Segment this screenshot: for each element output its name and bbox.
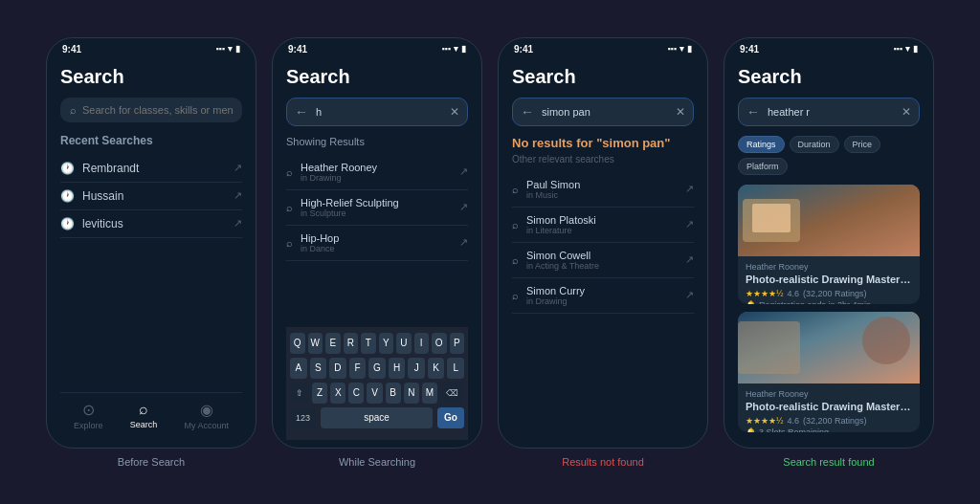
search-bar-2[interactable]: ← h ✕: [286, 98, 468, 126]
status-bar-3: 9:41 ▪▪▪ ▾ ▮: [499, 38, 707, 58]
suggestion-item-2-2[interactable]: ⌕ Hip-Hop in Dance ↗: [286, 226, 468, 261]
no-results-title: No results for "simon pan": [512, 136, 694, 150]
nav-account-1[interactable]: ◉ My Account: [184, 401, 229, 430]
page-title-3: Search: [512, 66, 694, 88]
key-v[interactable]: V: [367, 383, 382, 404]
clear-icon-2[interactable]: ✕: [450, 105, 459, 119]
key-w[interactable]: W: [308, 333, 323, 354]
result-meta-4-1: 🔔 3 Slots Remaining: [746, 427, 912, 432]
key-f[interactable]: F: [349, 358, 367, 379]
key-r[interactable]: R: [344, 333, 359, 354]
result-info-4-0: Heather Rooney Photo-realistic Drawing M…: [738, 256, 920, 305]
key-y[interactable]: Y: [379, 333, 394, 354]
key-e[interactable]: E: [325, 333, 341, 354]
recent-item-3[interactable]: 🕐 leviticus ↗: [60, 210, 242, 238]
suggestion-item-2-1[interactable]: ⌕ High-Relief Sculpting in Sculpture ↗: [286, 190, 468, 226]
suggestion-item-3-3[interactable]: ⌕ Simon Curry in Drawing ↗: [512, 278, 694, 314]
back-icon-3[interactable]: ←: [521, 104, 534, 120]
key-go[interactable]: Go: [437, 407, 464, 428]
rating-text-4-0: 4.6: [788, 289, 800, 298]
signal-icon-2: ▪▪▪: [441, 44, 451, 54]
key-d[interactable]: D: [329, 358, 346, 379]
suggestion-sub-3-0: in Music: [526, 190, 580, 200]
time-2: 9:41: [288, 44, 307, 55]
key-p[interactable]: P: [450, 333, 465, 354]
phone-content-3: Search ← simon pan ✕ No results for "sim…: [499, 58, 707, 448]
result-title-4-1: Photo-realistic Drawing Masterclass u: [746, 401, 912, 412]
stars-4-1: ★★★★½: [746, 416, 784, 426]
arrow-icon-2-2: ↗: [459, 236, 468, 249]
recent-text-2: Hussain: [82, 189, 123, 203]
status-icons-3: ▪▪▪ ▾ ▮: [667, 44, 692, 54]
suggestion-left-3-0: ⌕ Paul Simon in Music: [512, 179, 580, 200]
search-bar-3[interactable]: ← simon pan ✕: [512, 98, 694, 126]
status-icons-1: ▪▪▪ ▾ ▮: [215, 44, 240, 54]
suggestion-item-2-0[interactable]: ⌕ Heather Rooney in Drawing ↗: [286, 155, 468, 190]
phone-before-search: 9:41 ▪▪▪ ▾ ▮ Search ⌕ Recent Searches: [46, 37, 256, 468]
key-q[interactable]: Q: [290, 333, 305, 354]
svg-rect-2: [752, 204, 791, 232]
back-icon-2[interactable]: ←: [295, 104, 308, 120]
key-k[interactable]: K: [428, 358, 445, 379]
result-card-4-0[interactable]: Heather Rooney Photo-realistic Drawing M…: [738, 185, 920, 305]
key-a[interactable]: A: [290, 358, 307, 379]
meta-icon-4-1: 🔔: [746, 427, 756, 432]
key-l[interactable]: L: [447, 358, 464, 379]
suggestion-name-3-2: Simon Cowell: [526, 250, 599, 261]
search-icon-3-3: ⌕: [512, 290, 519, 301]
search-bar-4[interactable]: ← heather r ✕: [738, 98, 920, 126]
key-x[interactable]: X: [330, 383, 345, 404]
nav-search-1[interactable]: ⌕ Search: [130, 401, 158, 430]
rating-text-4-1: 4.6: [788, 416, 800, 426]
key-j[interactable]: J: [408, 358, 425, 379]
suggestion-list-3: ⌕ Paul Simon in Music ↗ ⌕: [512, 172, 694, 314]
chip-ratings[interactable]: Ratings: [738, 136, 785, 153]
key-i[interactable]: I: [414, 333, 430, 354]
key-g[interactable]: G: [368, 358, 386, 379]
search-input-1[interactable]: [82, 104, 233, 116]
signal-icon-4: ▪▪▪: [893, 44, 902, 54]
chip-price[interactable]: Price: [844, 136, 881, 153]
other-searches-label: Other relevant searches: [512, 154, 694, 164]
recent-item-2[interactable]: 🕐 Hussain ↗: [60, 183, 242, 210]
chip-platform[interactable]: Platform: [738, 158, 788, 175]
arrow-icon-3-0: ↗: [685, 183, 694, 195]
search-icon-2-2: ⌕: [286, 237, 293, 249]
search-bar-1[interactable]: ⌕: [60, 98, 242, 122]
key-t[interactable]: T: [361, 333, 376, 354]
wifi-icon-4: ▾: [905, 44, 910, 54]
key-u[interactable]: U: [396, 333, 412, 354]
suggestion-item-3-1[interactable]: ⌕ Simon Platoski in Literature ↗: [512, 208, 694, 243]
key-s[interactable]: S: [310, 358, 327, 379]
key-b[interactable]: B: [386, 383, 401, 404]
suggestion-item-3-2[interactable]: ⌕ Simon Cowell in Acting & Theatre ↗: [512, 243, 694, 278]
phone-frame-4: 9:41 ▪▪▪ ▾ ▮ Search ← heather r ✕: [724, 37, 934, 449]
battery-icon-4: ▮: [913, 44, 918, 54]
key-backspace[interactable]: ⌫: [440, 383, 464, 404]
clear-icon-4[interactable]: ✕: [902, 105, 911, 119]
suggestion-name-3-0: Paul Simon: [526, 179, 580, 190]
key-shift[interactable]: ⇧: [290, 383, 309, 404]
key-123[interactable]: 123: [290, 407, 316, 428]
result-card-4-1[interactable]: Heather Rooney Photo-realistic Drawing M…: [738, 312, 920, 432]
chip-duration[interactable]: Duration: [790, 136, 839, 153]
phone-frame-3: 9:41 ▪▪▪ ▾ ▮ Search ← simon pan ✕: [498, 37, 708, 449]
key-m[interactable]: M: [422, 383, 437, 404]
key-h[interactable]: H: [389, 358, 406, 379]
key-n[interactable]: N: [404, 383, 419, 404]
arrow-icon-3: ↗: [234, 217, 242, 230]
key-z[interactable]: Z: [312, 383, 327, 404]
clear-icon-3[interactable]: ✕: [676, 105, 685, 119]
search-icon-3-2: ⌕: [512, 254, 519, 266]
key-o[interactable]: O: [432, 333, 447, 354]
suggestion-item-3-0[interactable]: ⌕ Paul Simon in Music ↗: [512, 172, 694, 208]
svg-rect-4: [738, 321, 800, 374]
recent-item-1[interactable]: 🕐 Rembrandt ↗: [60, 155, 242, 183]
nav-explore-1[interactable]: ⊙ Explore: [74, 401, 103, 430]
time-3: 9:41: [514, 44, 533, 55]
key-space[interactable]: space: [321, 407, 433, 428]
recent-searches-label: Recent Searches: [60, 134, 242, 147]
key-c[interactable]: C: [348, 383, 364, 404]
phone-content-4: Search ← heather r ✕ Ratings Duration Pr…: [724, 58, 933, 448]
back-icon-4[interactable]: ←: [746, 104, 760, 120]
